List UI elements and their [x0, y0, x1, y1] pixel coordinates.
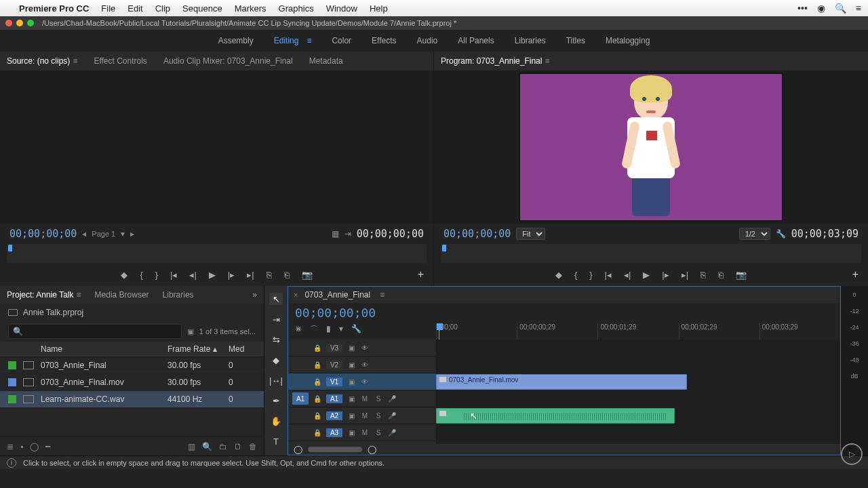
playback-overlay-icon[interactable]: ▷: [841, 443, 863, 465]
button-editor-icon[interactable]: +: [418, 268, 424, 281]
play-icon[interactable]: ▶: [209, 270, 216, 280]
panel-menu-icon[interactable]: ≡: [77, 290, 81, 300]
wrench-icon[interactable]: 🔧: [351, 324, 361, 336]
workspace-effects[interactable]: Effects: [372, 36, 396, 45]
menu-markers[interactable]: Markers: [235, 3, 267, 14]
tab-media-browser[interactable]: Media Browser: [95, 290, 149, 300]
export-frame-icon[interactable]: 📷: [302, 270, 313, 280]
type-tool-icon[interactable]: T: [269, 435, 283, 447]
panel-menu-icon[interactable]: ≡: [73, 56, 77, 66]
col-media[interactable]: Med: [229, 344, 256, 354]
scroll-thumb[interactable]: [308, 447, 362, 452]
solo-icon[interactable]: S: [374, 429, 383, 436]
tab-project[interactable]: Project: Annie Talk≡: [7, 290, 81, 300]
step-back-icon[interactable]: ◂|: [624, 270, 631, 280]
go-out-icon[interactable]: ▸|: [247, 270, 254, 280]
mute-icon[interactable]: M: [360, 429, 370, 436]
video-clip[interactable]: 0703_Annie_Final.mov: [436, 374, 687, 390]
timeline-ruler[interactable]: ;00;00 00;00;00;29 00;00;01;29 00;00;02;…: [436, 323, 840, 340]
tab-program[interactable]: Program: 0703_Annie_Final≡: [441, 56, 549, 66]
timeline-timecode[interactable]: 00;00;00;00: [295, 306, 429, 320]
slip-tool-icon[interactable]: |↔|: [269, 374, 283, 386]
track-a1[interactable]: A1: [326, 394, 342, 403]
mark-in-icon[interactable]: ◆: [555, 270, 562, 280]
delete-icon[interactable]: 🗑: [249, 442, 257, 451]
mute-icon[interactable]: M: [360, 395, 370, 403]
source-patch-a1[interactable]: A1: [292, 392, 309, 405]
tab-libraries[interactable]: Libraries: [163, 290, 194, 300]
timeline-tab[interactable]: 0703_Annie_Final: [304, 290, 370, 300]
app-title[interactable]: Premiere Pro CC: [19, 3, 89, 14]
timeline-zoom-scroll[interactable]: ◯ ◯: [288, 444, 840, 455]
toggle-output-icon[interactable]: ▣: [347, 378, 356, 386]
menu-edit[interactable]: Edit: [127, 3, 142, 14]
label-swatch[interactable]: [8, 395, 16, 403]
asset-row[interactable]: 0703_Annie_Final.mov 30.00 fps 0: [0, 374, 264, 391]
track-v2[interactable]: V2: [326, 361, 342, 369]
sort-asc-icon[interactable]: ▴: [213, 344, 217, 354]
label-swatch[interactable]: [8, 378, 16, 386]
menubar-hamburger-icon[interactable]: ≡: [856, 3, 861, 14]
source-pager[interactable]: Page 1: [92, 230, 115, 238]
pen-tool-icon[interactable]: ✒: [269, 394, 283, 407]
new-bin-icon[interactable]: 🗀: [219, 442, 227, 451]
workspace-editing[interactable]: Editing: [274, 36, 299, 45]
program-timecode-in[interactable]: 00;00;00;00: [443, 228, 511, 240]
zoom-select[interactable]: Fit: [516, 228, 545, 240]
button-editor-icon[interactable]: +: [852, 268, 859, 281]
play-icon[interactable]: ▶: [643, 270, 650, 280]
eye-icon[interactable]: 👁: [360, 344, 370, 352]
selection-tool-icon[interactable]: ↖: [269, 293, 283, 305]
program-scrubber[interactable]: [441, 244, 861, 263]
program-video-area[interactable]: [434, 70, 868, 224]
insert-icon[interactable]: ⎘: [267, 270, 272, 280]
program-settings-icon[interactable]: 🔧: [776, 229, 786, 239]
page-prev-icon[interactable]: ◂: [82, 229, 86, 239]
automate-icon[interactable]: ▥: [188, 442, 195, 451]
resolution-select[interactable]: 1/2: [739, 228, 770, 240]
hand-tool-icon[interactable]: ✋: [269, 415, 283, 427]
track-a2[interactable]: A2: [326, 411, 342, 420]
menu-file[interactable]: File: [101, 3, 115, 14]
workspace-titles[interactable]: Titles: [566, 36, 585, 45]
timeline-content[interactable]: 0703_Annie_Final.mov ↖: [436, 340, 840, 444]
source-settings-icon[interactable]: ▦: [332, 229, 339, 239]
menu-graphics[interactable]: Graphics: [279, 3, 314, 14]
lock-icon[interactable]: 🔒: [313, 412, 322, 420]
razor-tool-icon[interactable]: ◆: [269, 354, 283, 366]
overflow-icon[interactable]: »: [252, 290, 257, 300]
add-marker-icon[interactable]: ▮: [326, 324, 331, 336]
go-in-icon[interactable]: |◂: [170, 270, 177, 280]
close-window-icon[interactable]: [5, 20, 12, 26]
close-sequence-icon[interactable]: ×: [294, 291, 298, 299]
mark-out-icon[interactable]: {: [574, 270, 577, 280]
mark-clip-icon[interactable]: }: [589, 270, 592, 280]
track-select-tool-icon[interactable]: ⇥: [269, 313, 283, 325]
workspace-assembly[interactable]: Assembly: [218, 36, 254, 45]
panel-menu-icon[interactable]: ≡: [380, 290, 384, 300]
ripple-edit-tool-icon[interactable]: ⇆: [269, 333, 283, 346]
eye-icon[interactable]: 👁: [360, 361, 370, 369]
page-dropdown-icon[interactable]: ▾: [121, 229, 125, 239]
lock-icon[interactable]: 🔒: [313, 395, 322, 403]
workspace-audio[interactable]: Audio: [417, 36, 438, 45]
mark-clip-icon[interactable]: }: [155, 270, 158, 280]
panel-menu-icon[interactable]: ≡: [545, 56, 549, 66]
lock-icon[interactable]: 🔒: [313, 361, 322, 369]
toggle-output-icon[interactable]: ▣: [347, 395, 356, 403]
freeform-view-icon[interactable]: ◯: [30, 442, 39, 451]
lock-icon[interactable]: 🔒: [313, 344, 322, 352]
source-drag-icon[interactable]: ⇥: [344, 229, 351, 239]
voice-over-icon[interactable]: 🎤: [387, 395, 397, 403]
snap-icon[interactable]: ⋇: [295, 324, 302, 336]
mute-icon[interactable]: M: [360, 412, 370, 420]
timeline-settings-icon[interactable]: ▾: [339, 324, 343, 336]
page-next-icon[interactable]: ▸: [130, 229, 134, 239]
voice-over-icon[interactable]: 🎤: [387, 412, 397, 420]
thumbnail-preview-icon[interactable]: ▣: [187, 327, 194, 336]
voice-over-icon[interactable]: 🎤: [387, 429, 397, 436]
menu-window[interactable]: Window: [326, 3, 357, 14]
source-timecode-out[interactable]: 00;00;00;00: [357, 228, 424, 240]
scroll-handle-right-icon[interactable]: ◯: [368, 445, 376, 454]
menu-clip[interactable]: Clip: [155, 3, 170, 14]
